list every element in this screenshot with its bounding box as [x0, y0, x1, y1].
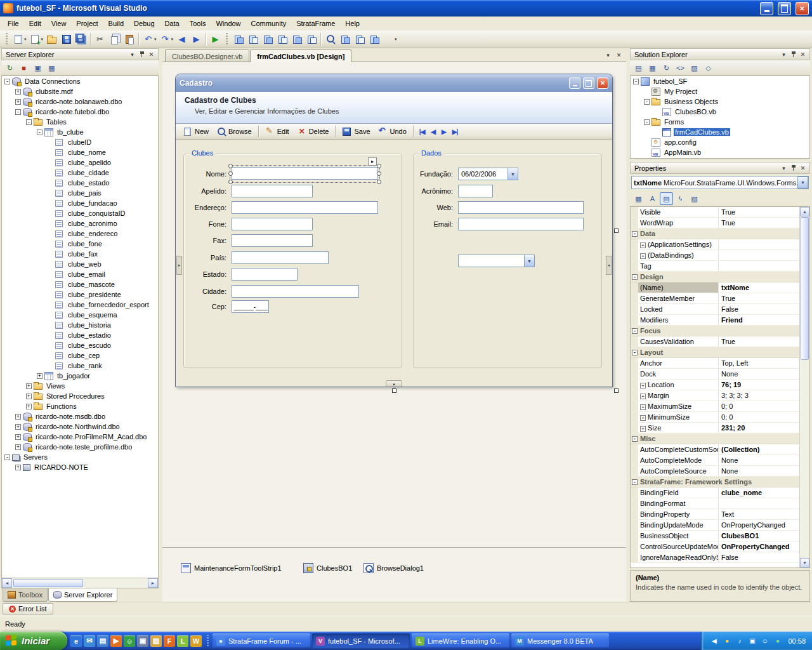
property-value[interactable]: Friend	[719, 315, 799, 325]
expander-plus-icon[interactable]: +	[26, 383, 32, 389]
view-class-diagram-button[interactable]: ◇	[702, 62, 715, 74]
cidade-textbox[interactable]	[232, 285, 359, 298]
scrollbar-thumb[interactable]	[801, 217, 809, 360]
dropdown-arrow-icon[interactable]: ▼	[508, 168, 518, 180]
selection-handle[interactable]	[228, 164, 233, 168]
property-controlsourceupdatemode[interactable]: ControlSourceUpdateModeOnPropertyChanged	[631, 541, 799, 552]
property-databindings[interactable]: +(DataBindings)	[631, 250, 799, 261]
alphabetical-button[interactable]: A	[646, 192, 659, 205]
expander-plus-icon[interactable]: +	[15, 444, 21, 450]
expander-plus-icon[interactable]: +	[15, 424, 21, 430]
close-panel-button[interactable]: ✕	[798, 163, 808, 173]
property-value[interactable]: 3; 3; 3; 3	[719, 390, 799, 401]
auto-hide-button[interactable]	[789, 50, 798, 59]
expand-icon[interactable]: +	[640, 242, 646, 248]
dropdown-arrow-icon[interactable]: ▼	[797, 176, 808, 189]
expander-plus-icon[interactable]: +	[15, 99, 21, 105]
server-explorer-item-ricardo-note-northwind-dbo[interactable]: +ricardo-note.Northwind.dbo	[2, 421, 158, 432]
cut-button[interactable]: ✂	[93, 32, 107, 46]
solution-item-appmain-vb[interactable]: AppMain.vb	[631, 147, 809, 157]
smart-tag-button[interactable]: ▸	[368, 157, 377, 166]
collapse-icon[interactable]: -	[632, 328, 638, 334]
task-futebol-sf-microsof[interactable]: Vfutebol_SF - Microsof...	[312, 633, 410, 648]
fone-textbox[interactable]	[232, 218, 313, 230]
show-desktop-icon[interactable]: ▤	[97, 635, 108, 647]
move-last-button[interactable]: ▶|	[450, 127, 461, 136]
server-explorer-item-clube-rank[interactable]: clube_rank	[2, 361, 158, 371]
server-explorer-item-clube-fone[interactable]: clube_fone	[2, 239, 158, 249]
server-explorer-item-views[interactable]: +Views	[2, 381, 158, 391]
property-location[interactable]: +Location76; 19	[631, 380, 799, 390]
close-document-button[interactable]: ✕	[614, 50, 624, 60]
server-explorer-item-clube-conquistaid[interactable]: clube_conquistaID	[2, 208, 158, 218]
property-anchor[interactable]: AnchorTop, Left	[631, 358, 799, 369]
doc-tab-frmcadclubes-vb-design[interactable]: frmCadClubes.vb [Design]	[250, 50, 351, 62]
refresh-button[interactable]: ↻	[660, 62, 673, 74]
menu-edit[interactable]: Edit	[24, 18, 46, 29]
property-value[interactable]: None	[719, 466, 799, 476]
selection-handle[interactable]	[228, 171, 233, 176]
server-explorer-item-ricardo-note-teste-profilme-dbo[interactable]: +ricardo-note.teste_profilme.dbo	[2, 442, 158, 452]
property-autocompletesource[interactable]: AutoCompleteSourceNone	[631, 466, 799, 477]
close-panel-button[interactable]: ✕	[147, 50, 156, 59]
server-explorer-item-tables[interactable]: -Tables	[2, 117, 158, 127]
layout-grid-button[interactable]	[304, 32, 318, 46]
expander-plus-icon[interactable]: +	[26, 394, 32, 399]
property-name[interactable]: (Name)txtNome	[631, 282, 799, 293]
collapse-right-panel-button[interactable]: ◂	[606, 256, 612, 275]
menu-file[interactable]: File	[3, 18, 24, 29]
outlook-express-icon[interactable]: ✉	[84, 635, 95, 647]
expander-minus-icon[interactable]: -	[26, 119, 32, 125]
properties-window-button[interactable]	[352, 32, 367, 46]
server-explorer-item-ricardo-note-msdb-dbo[interactable]: +ricardo-note.msdb.dbo	[2, 411, 158, 421]
property-causesvalidation[interactable]: CausesValidationTrue	[631, 336, 799, 347]
property-value[interactable]: txtNome	[719, 282, 799, 293]
property-locked[interactable]: LockedFalse	[631, 304, 799, 315]
task-messenger-8-0-beta[interactable]: MMessenger 8.0 BETA	[511, 633, 609, 648]
volume-tray-icon[interactable]: ♪	[735, 636, 744, 646]
expander-minus-icon[interactable]: -	[633, 79, 639, 84]
menu-data[interactable]: Data	[160, 18, 185, 29]
expander-minus-icon[interactable]: -	[644, 119, 650, 125]
dropdown-arrow-icon[interactable]: ▾	[24, 37, 27, 42]
collapse-left-panel-button[interactable]: ▸	[176, 256, 182, 275]
server-explorer-item-tb-clube[interactable]: -tb_clube	[2, 127, 158, 137]
property-value[interactable]	[719, 261, 799, 271]
network-tray-icon[interactable]: ▣	[747, 636, 757, 646]
server-explorer-item-functions[interactable]: +Functions	[2, 401, 158, 411]
property-value[interactable]	[719, 250, 799, 260]
server-explorer-item-clube-cidade[interactable]: clube_cidade	[2, 168, 158, 178]
web-textbox[interactable]	[458, 201, 584, 214]
property-modifiers[interactable]: ModifiersFriend	[631, 315, 799, 326]
apelido-textbox[interactable]	[232, 185, 313, 197]
collapse-icon[interactable]: -	[632, 231, 638, 237]
property-wordwrap[interactable]: WordWrapTrue	[631, 218, 799, 229]
view-code-button[interactable]: <>	[674, 62, 687, 74]
expander-minus-icon[interactable]: -	[644, 99, 650, 105]
task-limewire-enabling-o[interactable]: LLimeWire: Enabling O...	[412, 633, 509, 648]
window-position-button[interactable]: ▾	[128, 50, 137, 59]
form-resize-handle-right[interactable]	[614, 229, 619, 233]
my-computer-icon[interactable]: ▣	[137, 635, 148, 647]
email-textbox[interactable]	[458, 218, 584, 230]
expand-icon[interactable]: +	[640, 404, 646, 410]
dropdown-arrow-icon[interactable]: ▼	[524, 255, 535, 267]
property-dock[interactable]: DockNone	[631, 369, 799, 380]
server-explorer-item-clubeid[interactable]: clubeID	[2, 137, 158, 147]
menu-window[interactable]: Window	[211, 18, 246, 29]
window-position-button[interactable]: ▾	[779, 50, 789, 59]
selection-handle[interactable]	[377, 164, 381, 168]
error-list-tab[interactable]: ✕ Error List	[3, 603, 53, 614]
form-client-area[interactable]: ClubesNome:▸Apelido:Endereço:Fone:Fax:Pa…	[176, 140, 612, 387]
category-focus[interactable]: -Focus	[631, 326, 799, 336]
navigate-backward-button[interactable]: ◀	[174, 32, 189, 46]
property-value[interactable]: True	[719, 207, 799, 217]
property-value[interactable]: True	[719, 218, 799, 228]
property-visible[interactable]: VisibleTrue	[631, 207, 799, 218]
property-value[interactable]: Text	[719, 509, 799, 519]
window-position-button[interactable]: ▾	[779, 163, 789, 173]
horizontal-scrollbar[interactable]: ◄ ►	[1, 578, 159, 588]
expander-plus-icon[interactable]: +	[15, 434, 21, 440]
server-explorer-item-clube-pais[interactable]: clube_pais	[2, 188, 158, 198]
solution-item-my-project[interactable]: My Project	[631, 86, 809, 96]
